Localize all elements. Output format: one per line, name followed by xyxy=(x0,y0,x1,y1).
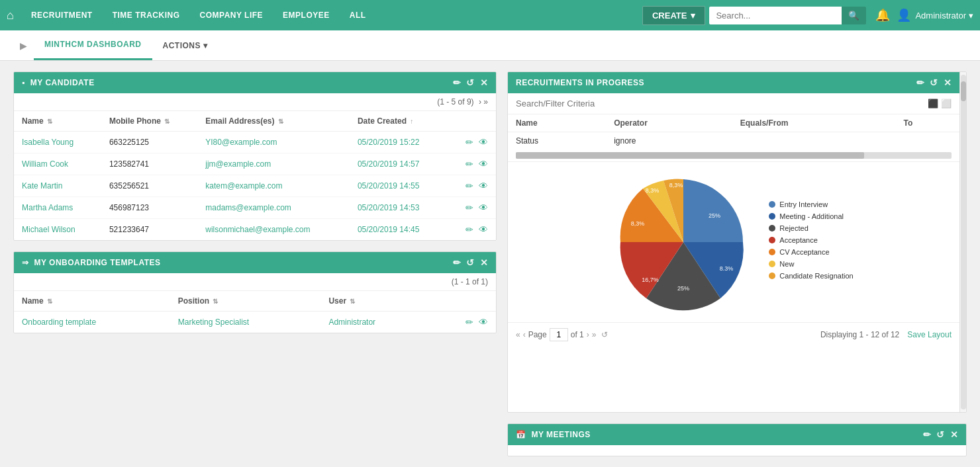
candidate-email[interactable]: madams@example.com xyxy=(197,197,350,219)
home-icon[interactable]: ⌂ xyxy=(7,9,14,22)
candidate-date: 05/20/2019 14:57 xyxy=(350,153,448,175)
meetings-refresh-icon[interactable]: ↺ xyxy=(936,429,945,440)
onboarding-position[interactable]: Marketing Specialist xyxy=(170,312,321,333)
col-position[interactable]: Position ⇅ xyxy=(170,291,321,312)
recruitments-scrollbar[interactable] xyxy=(959,72,966,412)
svg-text:8,3%: 8,3% xyxy=(646,187,660,194)
candidate-phone: 635256521 xyxy=(101,175,197,197)
candidate-name[interactable]: William Cook xyxy=(14,153,101,175)
page-of-label: of 1 xyxy=(571,330,584,339)
onboarding-name[interactable]: Onboarding template xyxy=(14,312,170,333)
candidate-name[interactable]: Michael Wilson xyxy=(14,219,101,241)
page-prev-icon[interactable]: ‹ xyxy=(523,330,526,339)
recruitments-close-icon[interactable]: ✕ xyxy=(944,77,952,88)
candidate-email[interactable]: wilsonmichael@example.com xyxy=(197,219,350,241)
my-meetings-header: 📅 MY MEETINGS ✏ ↺ ✕ xyxy=(508,424,966,445)
top-navigation: ⌂ RECRUITMENT TIME TRACKING COMPANY LIFE… xyxy=(0,0,980,30)
onboarding-close-icon[interactable]: ✕ xyxy=(480,257,489,268)
nav-recruitment[interactable]: RECRUITMENT xyxy=(23,11,101,20)
my-candidate-header: ▪ MY CANDIDATE ✏ ↺ ✕ xyxy=(14,72,496,93)
nav-all[interactable]: ALL xyxy=(342,11,374,20)
tab-actions[interactable]: ACTIONS ▾ xyxy=(152,30,219,60)
page-input[interactable] xyxy=(550,328,568,341)
candidate-next-icon[interactable]: › xyxy=(479,97,481,106)
edit-icon[interactable]: ✏ xyxy=(466,317,473,327)
filter-save-icon[interactable]: ⬛ xyxy=(928,99,938,108)
search-input[interactable] xyxy=(709,7,842,24)
edit-icon[interactable]: ✏ xyxy=(466,181,473,191)
col-date[interactable]: Date Created ↑ xyxy=(350,111,448,132)
create-button[interactable]: CREATE ▾ xyxy=(642,6,705,25)
onboarding-user[interactable]: Administrator xyxy=(320,312,429,333)
legend-rejected: Rejected xyxy=(769,224,853,232)
candidate-name[interactable]: Martha Adams xyxy=(14,197,101,219)
col-email[interactable]: Email Address(es) ⇅ xyxy=(197,111,350,132)
meetings-close-icon[interactable]: ✕ xyxy=(950,429,959,440)
view-icon[interactable]: 👁 xyxy=(479,159,488,169)
candidate-actions: ✏ 👁 xyxy=(448,153,496,175)
filter-col-name: Name xyxy=(508,114,606,132)
nav-time-tracking[interactable]: TIME TRACKING xyxy=(105,11,188,20)
page-next-icon[interactable]: › xyxy=(587,330,589,339)
svg-text:8.3%: 8.3% xyxy=(720,265,734,272)
recruitments-edit-icon[interactable]: ✏ xyxy=(916,77,925,88)
table-row: Onboarding template Marketing Specialist… xyxy=(14,312,496,333)
legend-cv-acceptance: CV Acceptance xyxy=(769,248,853,256)
candidate-name[interactable]: Isabella Young xyxy=(14,132,101,153)
my-onboarding-widget: ⇒ MY ONBOARDING TEMPLATES ✏ ↺ ✕ (1 - 1 o… xyxy=(13,251,497,333)
tab-dashboard[interactable]: MINTHCM DASHBOARD xyxy=(34,30,152,60)
edit-icon[interactable]: ✏ xyxy=(466,159,473,169)
onboarding-edit-icon[interactable]: ✏ xyxy=(453,257,462,268)
candidate-last-icon[interactable]: » xyxy=(483,97,488,106)
edit-icon[interactable]: ✏ xyxy=(466,224,473,235)
edit-icon[interactable]: ✏ xyxy=(466,137,473,148)
svg-text:25%: 25% xyxy=(677,285,689,292)
my-meetings-widget: 📅 MY MEETINGS ✏ ↺ ✕ xyxy=(507,423,967,456)
chart-legend: Entry Interview Meeting - Additional Rej… xyxy=(769,200,853,284)
sidebar-toggle[interactable]: ▶ xyxy=(13,30,34,60)
col-mobile[interactable]: Mobile Phone ⇅ xyxy=(101,111,197,132)
col-user[interactable]: User ⇅ xyxy=(320,291,429,312)
candidate-email[interactable]: YI80@example.com xyxy=(197,132,350,153)
page-last-icon[interactable]: » xyxy=(592,330,597,339)
meetings-edit-icon[interactable]: ✏ xyxy=(923,429,932,440)
notifications-icon[interactable]: 🔔 xyxy=(875,8,890,22)
onboarding-title: MY ONBOARDING TEMPLATES xyxy=(34,258,448,267)
view-icon[interactable]: 👁 xyxy=(479,202,488,213)
user-label[interactable]: Administrator ▾ xyxy=(915,11,973,21)
filter-horizontal-scrollbar[interactable] xyxy=(516,152,952,159)
candidate-name[interactable]: Kate Martin xyxy=(14,175,101,197)
candidate-actions: ✏ 👁 xyxy=(448,197,496,219)
candidate-email[interactable]: katem@example.com xyxy=(197,175,350,197)
onboarding-refresh-icon[interactable]: ↺ xyxy=(466,257,475,268)
refresh-icon[interactable]: ↺ xyxy=(601,330,608,339)
candidate-refresh-icon[interactable]: ↺ xyxy=(466,77,475,88)
filter-status-to xyxy=(896,132,959,150)
filter-input[interactable] xyxy=(516,99,922,108)
pie-chart: 25% 8.3% 25% 16,7% 8,3% 8,3% 8,3% xyxy=(614,173,753,312)
candidate-close-icon[interactable]: ✕ xyxy=(480,77,489,88)
page-label: Page xyxy=(528,330,547,339)
candidate-phone: 123582741 xyxy=(101,153,197,175)
candidate-edit-icon[interactable]: ✏ xyxy=(453,77,462,88)
nav-company-life[interactable]: COMPANY LIFE xyxy=(192,11,271,20)
candidate-date: 05/20/2019 14:55 xyxy=(350,175,448,197)
main-content: ▪ MY CANDIDATE ✏ ↺ ✕ (1 - 5 of 9) › » Na… xyxy=(0,61,980,467)
search-button[interactable]: 🔍 xyxy=(842,7,866,24)
candidate-email[interactable]: jjm@example.com xyxy=(197,153,350,175)
filter-load-icon[interactable]: ⬜ xyxy=(941,99,952,108)
edit-icon[interactable]: ✏ xyxy=(466,202,473,213)
page-first-icon[interactable]: « xyxy=(516,330,520,339)
user-avatar-icon[interactable]: 👤 xyxy=(897,8,911,22)
save-layout-button[interactable]: Save Layout xyxy=(907,330,952,339)
recruitments-refresh-icon[interactable]: ↺ xyxy=(930,77,938,88)
candidate-actions: ✏ 👁 xyxy=(448,132,496,153)
col-onboarding-name[interactable]: Name ⇅ xyxy=(14,291,170,312)
nav-employee[interactable]: EMPLOYEE xyxy=(275,11,338,20)
user-dropdown-icon: ▾ xyxy=(969,11,973,21)
view-icon[interactable]: 👁 xyxy=(479,137,488,148)
col-name[interactable]: Name ⇅ xyxy=(14,111,101,132)
view-icon[interactable]: 👁 xyxy=(479,181,488,191)
view-icon[interactable]: 👁 xyxy=(479,224,488,235)
view-icon[interactable]: 👁 xyxy=(479,317,488,327)
